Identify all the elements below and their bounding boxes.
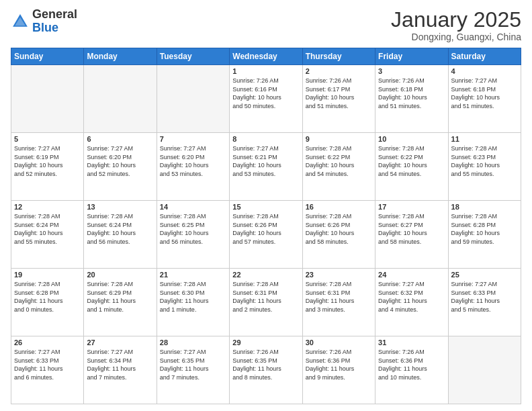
day-number: 30	[306, 338, 372, 347]
day-info: Sunrise: 7:26 AM Sunset: 6:16 PM Dayligh…	[232, 77, 299, 110]
logo-general: General	[32, 7, 77, 21]
calendar-cell: 29Sunrise: 7:26 AM Sunset: 6:35 PM Dayli…	[230, 336, 302, 404]
header-row: SundayMondayTuesdayWednesdayThursdayFrid…	[11, 48, 521, 65]
day-number: 18	[451, 203, 518, 211]
calendar-cell: 16Sunrise: 7:28 AM Sunset: 6:26 PM Dayli…	[302, 201, 375, 269]
day-info: Sunrise: 7:28 AM Sunset: 6:31 PM Dayligh…	[306, 280, 372, 314]
day-info: Sunrise: 7:28 AM Sunset: 6:23 PM Dayligh…	[451, 144, 518, 178]
day-number: 5	[14, 135, 81, 143]
weekday-header: Thursday	[302, 48, 375, 65]
calendar-cell: 4Sunrise: 7:27 AM Sunset: 6:18 PM Daylig…	[448, 65, 521, 133]
calendar-cell: 20Sunrise: 7:28 AM Sunset: 6:29 PM Dayli…	[84, 269, 157, 336]
day-number: 27	[87, 338, 153, 347]
day-number: 11	[451, 135, 518, 143]
day-info: Sunrise: 7:28 AM Sunset: 6:22 PM Dayligh…	[306, 144, 372, 178]
calendar-cell: 12Sunrise: 7:28 AM Sunset: 6:24 PM Dayli…	[11, 201, 84, 269]
calendar-cell: 7Sunrise: 7:27 AM Sunset: 6:20 PM Daylig…	[157, 133, 229, 201]
day-number: 25	[451, 271, 518, 279]
calendar-cell: 10Sunrise: 7:28 AM Sunset: 6:22 PM Dayli…	[375, 133, 448, 201]
day-number: 9	[306, 135, 372, 143]
day-number: 12	[14, 203, 81, 211]
day-info: Sunrise: 7:27 AM Sunset: 6:33 PM Dayligh…	[14, 348, 81, 381]
calendar-cell: 18Sunrise: 7:28 AM Sunset: 6:28 PM Dayli…	[448, 201, 521, 269]
calendar-cell: 11Sunrise: 7:28 AM Sunset: 6:23 PM Dayli…	[448, 133, 521, 201]
calendar-cell: 6Sunrise: 7:27 AM Sunset: 6:20 PM Daylig…	[84, 133, 157, 201]
day-number: 3	[378, 67, 445, 75]
day-info: Sunrise: 7:26 AM Sunset: 6:36 PM Dayligh…	[378, 348, 445, 381]
week-row: 19Sunrise: 7:28 AM Sunset: 6:28 PM Dayli…	[11, 269, 521, 336]
day-number: 17	[378, 203, 445, 211]
day-number: 1	[232, 67, 299, 75]
day-number: 29	[232, 338, 299, 347]
logo-blue: Blue	[32, 21, 58, 34]
month-title: January 2025	[391, 8, 521, 32]
day-number: 26	[14, 338, 81, 347]
day-info: Sunrise: 7:28 AM Sunset: 6:22 PM Dayligh…	[378, 144, 445, 178]
calendar-cell: 22Sunrise: 7:28 AM Sunset: 6:31 PM Dayli…	[230, 269, 302, 336]
day-info: Sunrise: 7:28 AM Sunset: 6:28 PM Dayligh…	[14, 280, 81, 314]
calendar-cell: 15Sunrise: 7:28 AM Sunset: 6:26 PM Dayli…	[230, 201, 302, 269]
logo-text: General Blue	[32, 8, 77, 35]
day-number: 7	[160, 135, 226, 143]
day-info: Sunrise: 7:27 AM Sunset: 6:33 PM Dayligh…	[451, 280, 518, 314]
location: Dongxing, Guangxi, China	[391, 32, 521, 42]
page: General Blue January 2025 Dongxing, Guan…	[0, 0, 532, 411]
day-info: Sunrise: 7:28 AM Sunset: 6:24 PM Dayligh…	[87, 212, 153, 246]
calendar-cell	[11, 65, 84, 133]
calendar-cell: 1Sunrise: 7:26 AM Sunset: 6:16 PM Daylig…	[230, 65, 302, 133]
day-number: 24	[378, 271, 445, 279]
day-info: Sunrise: 7:26 AM Sunset: 6:36 PM Dayligh…	[306, 348, 372, 381]
day-number: 19	[14, 271, 81, 279]
calendar-cell	[157, 65, 229, 133]
day-info: Sunrise: 7:28 AM Sunset: 6:30 PM Dayligh…	[160, 280, 226, 314]
day-info: Sunrise: 7:27 AM Sunset: 6:32 PM Dayligh…	[378, 280, 445, 314]
day-number: 4	[451, 67, 518, 75]
weekday-header: Monday	[84, 48, 157, 65]
calendar-cell: 25Sunrise: 7:27 AM Sunset: 6:33 PM Dayli…	[448, 269, 521, 336]
calendar-cell: 26Sunrise: 7:27 AM Sunset: 6:33 PM Dayli…	[11, 336, 84, 404]
week-row: 26Sunrise: 7:27 AM Sunset: 6:33 PM Dayli…	[11, 336, 521, 404]
calendar-cell: 9Sunrise: 7:28 AM Sunset: 6:22 PM Daylig…	[302, 133, 375, 201]
calendar-cell: 17Sunrise: 7:28 AM Sunset: 6:27 PM Dayli…	[375, 201, 448, 269]
day-number: 28	[160, 338, 226, 347]
calendar-cell: 14Sunrise: 7:28 AM Sunset: 6:25 PM Dayli…	[157, 201, 229, 269]
title-block: January 2025 Dongxing, Guangxi, China	[391, 8, 521, 42]
weekday-header: Wednesday	[230, 48, 302, 65]
day-number: 10	[378, 135, 445, 143]
calendar-cell: 30Sunrise: 7:26 AM Sunset: 6:36 PM Dayli…	[302, 336, 375, 404]
calendar-cell: 23Sunrise: 7:28 AM Sunset: 6:31 PM Dayli…	[302, 269, 375, 336]
day-info: Sunrise: 7:28 AM Sunset: 6:31 PM Dayligh…	[232, 280, 299, 314]
day-number: 13	[87, 203, 153, 211]
day-info: Sunrise: 7:27 AM Sunset: 6:34 PM Dayligh…	[87, 348, 153, 381]
day-number: 20	[87, 271, 153, 279]
calendar-table: SundayMondayTuesdayWednesdayThursdayFrid…	[11, 48, 521, 404]
weekday-header: Sunday	[11, 48, 84, 65]
day-info: Sunrise: 7:28 AM Sunset: 6:29 PM Dayligh…	[87, 280, 153, 314]
day-number: 22	[232, 271, 299, 279]
logo: General Blue	[11, 8, 77, 35]
day-info: Sunrise: 7:26 AM Sunset: 6:18 PM Dayligh…	[378, 77, 445, 110]
calendar-cell: 5Sunrise: 7:27 AM Sunset: 6:19 PM Daylig…	[11, 133, 84, 201]
day-info: Sunrise: 7:27 AM Sunset: 6:21 PM Dayligh…	[232, 144, 299, 178]
day-info: Sunrise: 7:27 AM Sunset: 6:20 PM Dayligh…	[87, 144, 153, 178]
weekday-header: Friday	[375, 48, 448, 65]
logo-icon	[11, 12, 30, 31]
calendar-cell: 24Sunrise: 7:27 AM Sunset: 6:32 PM Dayli…	[375, 269, 448, 336]
calendar-cell: 13Sunrise: 7:28 AM Sunset: 6:24 PM Dayli…	[84, 201, 157, 269]
calendar-cell: 19Sunrise: 7:28 AM Sunset: 6:28 PM Dayli…	[11, 269, 84, 336]
week-row: 1Sunrise: 7:26 AM Sunset: 6:16 PM Daylig…	[11, 65, 521, 133]
day-number: 14	[160, 203, 226, 211]
day-info: Sunrise: 7:28 AM Sunset: 6:26 PM Dayligh…	[232, 212, 299, 246]
day-info: Sunrise: 7:27 AM Sunset: 6:18 PM Dayligh…	[451, 77, 518, 110]
day-info: Sunrise: 7:27 AM Sunset: 6:35 PM Dayligh…	[160, 348, 226, 381]
week-row: 12Sunrise: 7:28 AM Sunset: 6:24 PM Dayli…	[11, 201, 521, 269]
day-info: Sunrise: 7:28 AM Sunset: 6:28 PM Dayligh…	[451, 212, 518, 246]
day-number: 6	[87, 135, 153, 143]
day-info: Sunrise: 7:28 AM Sunset: 6:25 PM Dayligh…	[160, 212, 226, 246]
day-info: Sunrise: 7:26 AM Sunset: 6:35 PM Dayligh…	[232, 348, 299, 381]
calendar-cell	[448, 336, 521, 404]
header: General Blue January 2025 Dongxing, Guan…	[11, 8, 521, 42]
calendar-cell: 31Sunrise: 7:26 AM Sunset: 6:36 PM Dayli…	[375, 336, 448, 404]
day-info: Sunrise: 7:26 AM Sunset: 6:17 PM Dayligh…	[306, 77, 372, 110]
day-number: 2	[306, 67, 372, 75]
